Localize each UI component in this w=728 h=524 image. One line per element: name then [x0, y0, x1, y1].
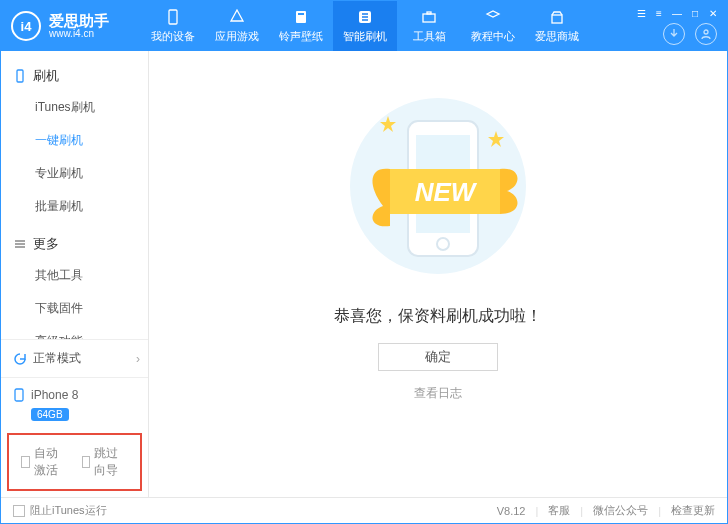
apps-icon	[228, 8, 246, 26]
main-nav: 我的设备 应用游戏 铃声壁纸 智能刷机 工具箱 教程中心	[141, 1, 589, 51]
logo-badge-icon: i4	[11, 11, 41, 41]
nav-shop[interactable]: 爱思商城	[525, 1, 589, 51]
sidebar-group-more: 更多 其他工具 下载固件 高级功能	[1, 229, 148, 339]
app-name: 爱思助手	[49, 13, 109, 28]
app-logo: i4 爱思助手 www.i4.cn	[1, 11, 141, 41]
nav-my-device[interactable]: 我的设备	[141, 1, 205, 51]
version-label: V8.12	[497, 505, 526, 517]
ok-button[interactable]: 确定	[378, 343, 498, 371]
svg-rect-1	[296, 11, 306, 23]
refresh-icon	[13, 352, 27, 366]
view-log-link[interactable]: 查看日志	[414, 385, 462, 402]
sidebar-flash-options: 自动激活 跳过向导	[7, 433, 142, 491]
svg-point-7	[704, 30, 708, 34]
nav-apps[interactable]: 应用游戏	[205, 1, 269, 51]
minimize-icon[interactable]: —	[671, 7, 683, 19]
options-icon[interactable]: ≡	[653, 7, 665, 19]
header-actions	[663, 23, 717, 45]
svg-rect-4	[423, 14, 435, 22]
sidebar-item-oneclick-flash[interactable]: 一键刷机	[1, 124, 148, 157]
device-name: iPhone 8	[31, 388, 78, 402]
phone-icon	[13, 388, 25, 402]
tutorial-icon	[484, 8, 502, 26]
nav-ringtones[interactable]: 铃声壁纸	[269, 1, 333, 51]
svg-rect-2	[298, 13, 304, 15]
status-bar: 阻止iTunes运行 V8.12 | 客服 | 微信公众号 | 检查更新	[1, 497, 727, 523]
svg-rect-0	[169, 10, 177, 24]
sidebar-item-other-tools[interactable]: 其他工具	[1, 259, 148, 292]
device-icon	[164, 8, 182, 26]
sidebar-item-batch-flash[interactable]: 批量刷机	[1, 190, 148, 223]
checkbox-block-itunes[interactable]: 阻止iTunes运行	[13, 503, 107, 518]
flash-group-icon	[13, 69, 27, 83]
status-label: 正常模式	[33, 350, 81, 367]
sidebar-item-advanced[interactable]: 高级功能	[1, 325, 148, 339]
nav-toolbox[interactable]: 工具箱	[397, 1, 461, 51]
checkbox-icon	[21, 456, 30, 468]
chevron-right-icon: ›	[136, 352, 140, 366]
sidebar-group-flash: 刷机 iTunes刷机 一键刷机 专业刷机 批量刷机	[1, 61, 148, 223]
maximize-icon[interactable]: □	[689, 7, 701, 19]
footer-link-kefu[interactable]: 客服	[548, 503, 570, 518]
ringtone-icon	[292, 8, 310, 26]
toolbox-icon	[420, 8, 438, 26]
download-icon[interactable]	[663, 23, 685, 45]
nav-tutorials[interactable]: 教程中心	[461, 1, 525, 51]
sidebar: 刷机 iTunes刷机 一键刷机 专业刷机 批量刷机 更多 其他工具 下载固件 …	[1, 51, 149, 497]
success-message: 恭喜您，保资料刷机成功啦！	[334, 306, 542, 327]
svg-rect-9	[15, 389, 23, 401]
close-icon[interactable]: ✕	[707, 7, 719, 19]
more-group-icon	[13, 237, 27, 251]
sidebar-status[interactable]: 正常模式 ›	[1, 339, 148, 377]
success-illustration-icon: NEW	[328, 91, 548, 284]
sidebar-item-download-firmware[interactable]: 下载固件	[1, 292, 148, 325]
window-controls: ☰ ≡ — □ ✕	[635, 7, 719, 19]
checkbox-icon	[13, 505, 25, 517]
sidebar-item-pro-flash[interactable]: 专业刷机	[1, 157, 148, 190]
menu-icon[interactable]: ☰	[635, 7, 647, 19]
svg-rect-8	[17, 70, 23, 82]
flash-icon	[356, 8, 374, 26]
shop-icon	[548, 8, 566, 26]
sidebar-group-more-title[interactable]: 更多	[1, 229, 148, 259]
sidebar-item-itunes-flash[interactable]: iTunes刷机	[1, 91, 148, 124]
footer-link-wechat[interactable]: 微信公众号	[593, 503, 648, 518]
sidebar-group-flash-title[interactable]: 刷机	[1, 61, 148, 91]
svg-rect-6	[552, 15, 562, 23]
checkbox-auto-activate[interactable]: 自动激活	[21, 445, 68, 479]
banner-text: NEW	[415, 177, 478, 207]
device-capacity-badge: 64GB	[31, 408, 69, 421]
sidebar-device[interactable]: iPhone 8 64GB	[1, 377, 148, 429]
footer-link-update[interactable]: 检查更新	[671, 503, 715, 518]
nav-smart-flash[interactable]: 智能刷机	[333, 1, 397, 51]
checkbox-skip-guide[interactable]: 跳过向导	[82, 445, 129, 479]
svg-rect-5	[427, 12, 431, 14]
app-header: i4 爱思助手 www.i4.cn 我的设备 应用游戏 铃声壁纸 智能刷机	[1, 1, 727, 51]
main-content: NEW 恭喜您，保资料刷机成功啦！ 确定 查看日志	[149, 51, 727, 497]
app-url: www.i4.cn	[49, 28, 109, 39]
user-icon[interactable]	[695, 23, 717, 45]
checkbox-icon	[82, 456, 91, 468]
